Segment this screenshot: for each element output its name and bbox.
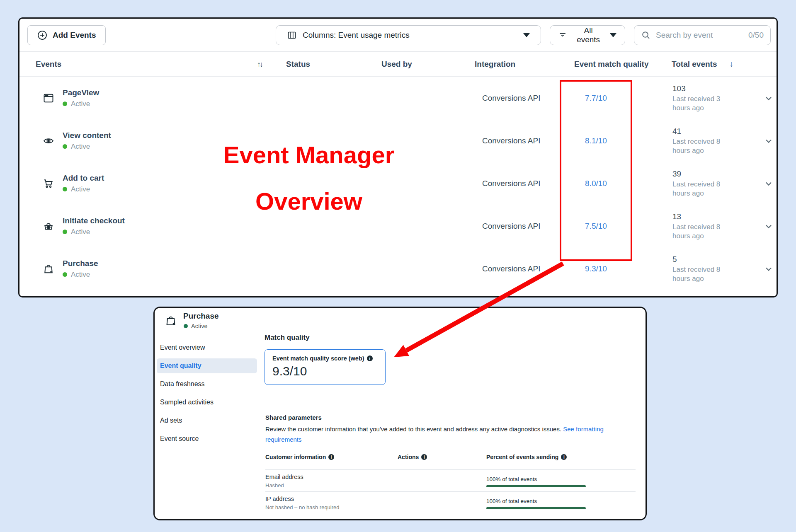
info-icon[interactable]: i — [328, 454, 334, 460]
event-name: Add to cart — [63, 174, 104, 183]
divider — [265, 514, 636, 514]
col-header-total-events: Total events↓ — [672, 60, 733, 69]
status-dot-icon — [63, 230, 67, 234]
shopping-bag-icon — [43, 263, 54, 275]
table-row[interactable]: Purchase Active Conversions API 9.3/10 5… — [19, 247, 777, 290]
table-header-row: Events ↑↓ Status Used by Integration Eve… — [19, 52, 777, 77]
info-icon[interactable]: i — [561, 454, 567, 460]
shared-parameters-heading: Shared parameters — [265, 414, 322, 421]
search-counter: 0/50 — [748, 31, 764, 40]
integration-value: Conversions API — [482, 94, 540, 103]
search-input[interactable]: Search by event 0/50 — [634, 25, 771, 45]
add-events-label: Add Events — [53, 31, 96, 40]
plus-circle-icon — [37, 30, 48, 41]
sidebar-item-ad-sets[interactable]: Ad sets — [157, 413, 257, 428]
add-events-button[interactable]: Add Events — [27, 25, 106, 45]
col-header-integration: Integration — [475, 60, 515, 69]
event-status: Active — [63, 143, 111, 151]
chevron-down-icon[interactable] — [764, 136, 774, 146]
chevron-down-icon[interactable] — [764, 93, 774, 103]
divider — [265, 491, 636, 492]
integration-value: Conversions API — [482, 136, 540, 145]
event-status: Active — [63, 100, 99, 108]
integration-value: Conversions API — [482, 264, 540, 273]
sidebar-item-event-source[interactable]: Event source — [157, 431, 257, 446]
chevron-down-icon — [523, 33, 530, 37]
chevron-down-icon[interactable] — [764, 179, 774, 189]
total-events-cell: 39 Last received 8 hours ago — [672, 169, 739, 198]
shopping-bag-icon — [165, 314, 177, 327]
chevron-down-icon — [610, 33, 616, 37]
total-events-cell: 103 Last received 3 hours ago — [672, 84, 739, 112]
status-dot-icon — [63, 102, 67, 106]
shared-parameters-description: Review the customer information that you… — [265, 424, 632, 445]
event-status: Active — [63, 185, 104, 193]
progress-bar — [486, 507, 586, 509]
toolbar-right-group: Columns: Event usage metrics All events … — [276, 25, 771, 45]
columns-label: Columns: Event usage metrics — [303, 31, 410, 40]
sidebar-item-event-overview[interactable]: Event overview — [157, 340, 257, 355]
basket-icon — [43, 220, 54, 232]
sidebar-item-event-quality[interactable]: Event quality — [157, 358, 257, 373]
sort-desc-icon[interactable]: ↓ — [729, 60, 733, 68]
page: Add Events Columns: Event usage metrics … — [0, 0, 796, 532]
detail-event-name: Purchase — [183, 312, 219, 321]
toolbar: Add Events Columns: Event usage metrics … — [19, 19, 777, 52]
event-detail-panel: Purchase Active Event overview Event qua… — [153, 307, 647, 520]
score-card-value: 9.3/10 — [272, 364, 378, 378]
parameter-sub: Not hashed – no hash required — [265, 504, 340, 510]
parameter-name: Email address — [265, 474, 303, 480]
percent-sending-value: 100% of total events — [486, 498, 537, 504]
sidebar-item-data-freshness[interactable]: Data freshness — [157, 377, 257, 392]
parameter-sub: Hashed — [265, 482, 284, 488]
match-quality-score[interactable]: 9.3/10 — [560, 264, 632, 273]
event-name-cell: Initiate checkout Active — [63, 216, 125, 236]
event-name-cell: Add to cart Active — [63, 174, 104, 193]
filter-label: All events — [573, 26, 604, 44]
browser-window-icon — [43, 92, 54, 104]
event-name-cell: PageView Active — [63, 88, 99, 108]
detail-event-status: Active — [184, 323, 208, 329]
status-dot-icon — [184, 324, 188, 328]
percent-sending-value: 100% of total events — [486, 476, 537, 482]
status-dot-icon — [63, 144, 67, 149]
col-header-status: Status — [286, 60, 310, 69]
event-status: Active — [63, 228, 125, 236]
integration-value: Conversions API — [482, 222, 540, 231]
event-name: View content — [63, 131, 111, 140]
total-events-cell: 13 Last received 8 hours ago — [672, 212, 739, 240]
columns-dropdown[interactable]: Columns: Event usage metrics — [276, 25, 541, 45]
col-header-customer-information: Customer informationi — [265, 454, 334, 460]
sidebar-item-sampled-activities[interactable]: Sampled activities — [157, 395, 257, 410]
chevron-down-icon[interactable] — [764, 221, 774, 231]
annotation-highlight-box — [560, 80, 632, 261]
integration-value: Conversions API — [482, 179, 540, 188]
parameter-name: IP address — [265, 496, 294, 502]
progress-bar — [486, 485, 586, 487]
event-status: Active — [63, 271, 98, 279]
cart-icon — [43, 178, 54, 189]
search-placeholder: Search by event — [656, 31, 743, 40]
info-icon[interactable]: i — [367, 355, 373, 361]
event-name-cell: Purchase Active — [63, 259, 98, 279]
filter-icon — [558, 31, 567, 40]
info-icon[interactable]: i — [421, 454, 427, 460]
chevron-down-icon[interactable] — [764, 264, 774, 274]
search-icon — [641, 30, 651, 40]
event-name: PageView — [63, 88, 99, 97]
col-header-match-quality: Event match quality — [574, 60, 649, 69]
col-header-percent-of-events-sending: Percent of events sendingi — [486, 454, 567, 460]
total-events-cell: 41 Last received 8 hours ago — [672, 126, 739, 155]
table-row[interactable]: PageView Active Conversions API 7.7/10 1… — [19, 77, 777, 119]
total-events-cell: 5 Last received 8 hours ago — [672, 254, 739, 283]
col-header-actions: Actionsi — [398, 454, 427, 460]
events-filter-dropdown[interactable]: All events — [550, 25, 625, 45]
eye-icon — [43, 135, 54, 147]
divider — [265, 469, 636, 470]
status-dot-icon — [63, 187, 67, 191]
col-header-events: Events — [36, 60, 61, 69]
sort-icon[interactable]: ↑↓ — [257, 60, 262, 68]
event-name-cell: View content Active — [63, 131, 111, 151]
match-quality-heading: Match quality — [265, 334, 310, 342]
col-header-used-by: Used by — [381, 60, 412, 69]
